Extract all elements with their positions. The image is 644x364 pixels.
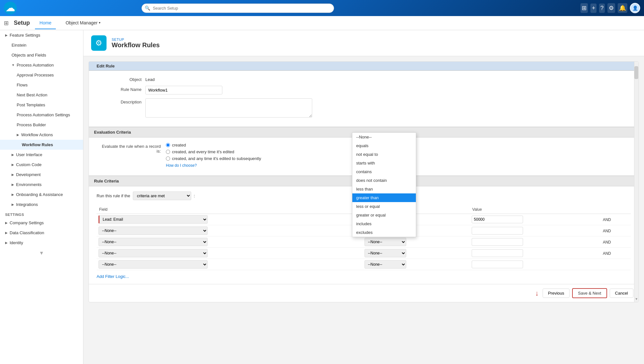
help-icon-btn[interactable]: ?: [599, 4, 605, 13]
sidebar-item-data-classification[interactable]: ▶ Data Classification: [0, 228, 83, 238]
value-input-5[interactable]: [472, 261, 523, 268]
chevron-right-icon-wa: ▶: [17, 133, 19, 137]
sidebar-item-flows[interactable]: Flows: [0, 80, 83, 90]
field-select-3[interactable]: --None--: [99, 238, 208, 246]
operator-select-4[interactable]: --None--: [365, 249, 406, 257]
dropdown-not-equal[interactable]: not equal to: [352, 150, 416, 159]
tab-object-manager[interactable]: Object Manager ▾: [61, 17, 105, 29]
criteria-row-4: --None-- --None-- AND: [97, 248, 631, 259]
sidebar-item-post-templates[interactable]: Post Templates: [0, 100, 83, 110]
radio-created: created: [166, 143, 261, 147]
tab-home[interactable]: Home: [35, 17, 56, 29]
page-title: Workflow Rules: [112, 41, 160, 49]
settings-icon-btn[interactable]: ⚙: [607, 3, 615, 13]
chevron-right-icon-ui: ▶: [12, 153, 14, 156]
dropdown-greater-or-equal[interactable]: greater or equal: [352, 211, 416, 219]
dropdown-greater-than[interactable]: greater than: [352, 193, 416, 202]
sidebar-item-feature-settings[interactable]: ▶ Feature Settings: [0, 30, 83, 40]
sidebar-item-custom-code[interactable]: ▶ Custom Code: [0, 160, 83, 170]
sidebar-item-next-best-action[interactable]: Next Best Action: [0, 90, 83, 100]
sidebar-item-workflow-actions[interactable]: ▶ Workflow Actions: [0, 130, 83, 140]
basic-info-section: Object Lead Rule Name Description: [89, 71, 639, 127]
value-input-3[interactable]: [472, 238, 523, 246]
apps-icon[interactable]: ⊞: [4, 20, 9, 27]
operator-dropdown: --None-- equals not equal to starts with…: [352, 132, 416, 237]
grid-icon-btn[interactable]: ⊞: [580, 3, 588, 13]
field-select-1[interactable]: Lead: Email: [99, 215, 208, 224]
sidebar-item-user-interface[interactable]: ▶ User Interface: [0, 150, 83, 160]
page-header: ⚙ SETUP Workflow Rules: [83, 30, 644, 56]
value-input-4[interactable]: [472, 249, 523, 257]
search-bar-container: 🔍: [142, 4, 334, 13]
radio-created-edited-input[interactable]: [166, 150, 170, 154]
description-textarea[interactable]: [145, 98, 312, 118]
field-select-4[interactable]: --None--: [99, 249, 208, 257]
sidebar-item-development[interactable]: ▶ Development: [0, 170, 83, 180]
plus-icon-btn[interactable]: +: [590, 4, 597, 13]
save-next-button[interactable]: Save & Next: [572, 288, 607, 298]
eval-when-row: Evaluate the rule when a record is: crea…: [97, 143, 631, 168]
object-value: Lead: [145, 76, 155, 82]
scroll-down-arrow[interactable]: ▼: [635, 297, 638, 301]
add-filter-logic-link[interactable]: Add Filter Logic...: [97, 274, 129, 279]
down-arrow-icon: ↓: [535, 289, 539, 297]
value-input-1[interactable]: [472, 216, 523, 223]
dropdown-does-not-contain[interactable]: does not contain: [352, 176, 416, 185]
dropdown-less-or-equal[interactable]: less or equal: [352, 202, 416, 211]
sidebar-item-identity[interactable]: ▶ Identity: [0, 238, 83, 248]
sidebar-item-approval-processes[interactable]: Approval Processes: [0, 70, 83, 80]
sidebar-item-process-automation[interactable]: ▼ Process Automation: [0, 60, 83, 70]
previous-button[interactable]: Previous: [543, 289, 570, 298]
sidebar-item-environments[interactable]: ▶ Environments: [0, 180, 83, 190]
dropdown-excludes[interactable]: excludes: [352, 228, 416, 237]
radio-created-input[interactable]: [166, 143, 170, 147]
dropdown-starts-with[interactable]: starts with: [352, 159, 416, 167]
chevron-right-icon-dev: ▶: [12, 173, 14, 176]
radio-created-subsequently: created, and any time it's edited to sub…: [166, 156, 261, 161]
eval-criteria-section: Evaluate the rule when a record is: crea…: [89, 138, 639, 176]
cancel-button[interactable]: Cancel: [610, 289, 633, 298]
field-select-5[interactable]: --None--: [99, 260, 208, 269]
object-label: Object: [97, 76, 142, 82]
sidebar-item-process-automation-settings[interactable]: Process Automation Settings: [0, 110, 83, 120]
dropdown-less-than[interactable]: less than: [352, 185, 416, 193]
dropdown-contains[interactable]: contains: [352, 167, 416, 176]
sidebar-item-process-builder[interactable]: Process Builder: [0, 120, 83, 130]
avatar[interactable]: 👤: [630, 3, 640, 13]
dropdown-none[interactable]: --None--: [352, 133, 416, 141]
how-choose-link[interactable]: How do I choose?: [166, 163, 197, 168]
operator-select-5[interactable]: --None--: [365, 260, 406, 269]
gear-icon-large: ⚙: [95, 39, 102, 48]
and-label-2: AND: [602, 229, 611, 233]
sidebar-item-company-settings[interactable]: ▶ Company Settings: [0, 218, 83, 228]
scroll-thumb[interactable]: [634, 66, 638, 79]
criteria-met-select[interactable]: criteria are metformula evaluates to tru…: [133, 191, 191, 200]
operator-select-3[interactable]: --None--: [365, 238, 406, 246]
sidebar-item-integrations[interactable]: ▶ Integrations: [0, 200, 83, 209]
sidebar-item-workflow-rules[interactable]: Workflow Rules: [0, 140, 83, 150]
and-label-3: AND: [602, 240, 611, 244]
value-input-2[interactable]: [472, 227, 523, 235]
bell-icon-btn[interactable]: 🔔: [618, 3, 627, 13]
radio-created-edited: created, and every time it's edited: [166, 149, 261, 154]
col-value-header: Value: [470, 205, 600, 214]
radio-created-subsequently-input[interactable]: [166, 156, 170, 161]
salesforce-logo: ☁: [4, 2, 17, 14]
description-label: Description: [97, 98, 142, 104]
sidebar-item-einstein[interactable]: Einstein: [0, 40, 83, 50]
chevron-right-icon-int: ▶: [12, 203, 14, 206]
object-row: Object Lead: [97, 76, 631, 82]
rule-name-row: Rule Name: [97, 86, 631, 94]
chevron-right-icon-id: ▶: [5, 241, 8, 244]
dropdown-equals[interactable]: equals: [352, 141, 416, 150]
field-select-2[interactable]: --None--: [99, 226, 208, 235]
scroll-track: ▼: [634, 62, 639, 302]
sidebar-scroll-down[interactable]: ▼: [0, 248, 83, 259]
run-rule-label: Run this rule if the: [97, 193, 130, 198]
search-input[interactable]: [142, 4, 334, 13]
sidebar-item-onboarding[interactable]: ▶ Onboarding & Assistance: [0, 190, 83, 200]
sidebar-item-objects-fields[interactable]: Objects and Fields: [0, 50, 83, 60]
page-header-text: SETUP Workflow Rules: [112, 38, 160, 49]
rule-name-input[interactable]: [145, 86, 222, 94]
dropdown-includes[interactable]: includes: [352, 219, 416, 228]
